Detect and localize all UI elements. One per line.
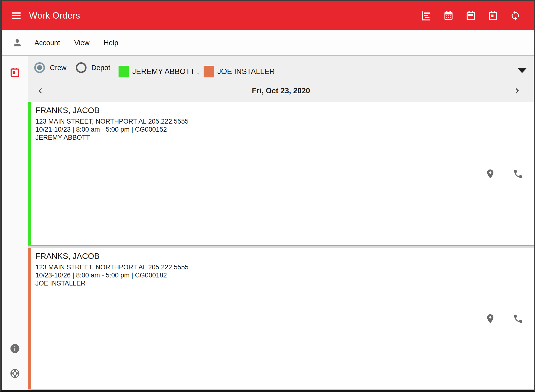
location-pin-icon[interactable] bbox=[485, 313, 496, 324]
phone-icon[interactable] bbox=[513, 169, 524, 179]
crew-separator: , bbox=[195, 66, 201, 77]
crew-name: JOE INSTALLER bbox=[217, 66, 275, 77]
window-body: Crew Depot JEREMY ABBOTT , bbox=[2, 56, 534, 390]
card-actions bbox=[485, 169, 534, 179]
work-order-card[interactable]: FRANKS, JACOB 123 MAIN STREET, NORTHPORT… bbox=[28, 248, 534, 389]
work-order-card[interactable]: FRANKS, JACOB 123 MAIN STREET, NORTHPORT… bbox=[28, 102, 534, 245]
schedule-info: 10/21-10/23 | 8:00 am - 5:00 pm | CG0001… bbox=[35, 126, 188, 134]
crew-color-swatch bbox=[204, 66, 214, 77]
timeline-view-icon[interactable] bbox=[421, 10, 432, 21]
crew-chip: JOE INSTALLER bbox=[204, 66, 275, 77]
card-divider bbox=[28, 245, 534, 248]
menu-icon[interactable] bbox=[11, 10, 22, 21]
radio-crew-dot bbox=[37, 65, 42, 70]
assigned-crew: JOE INSTALLER bbox=[35, 279, 188, 287]
customer-name: FRANKS, JACOB bbox=[35, 252, 188, 261]
app-bar-actions bbox=[421, 10, 521, 21]
menu-item-help[interactable]: Help bbox=[104, 39, 118, 47]
radio-crew-label: Crew bbox=[50, 64, 66, 72]
app-bar: Work Orders bbox=[2, 1, 534, 30]
current-date-label: Fri, Oct 23, 2020 bbox=[252, 86, 310, 95]
sidebar bbox=[2, 56, 28, 390]
main-content: Crew Depot JEREMY ABBOTT , bbox=[28, 56, 534, 390]
date-navigation: Fri, Oct 23, 2020 bbox=[28, 79, 534, 102]
crew-color-swatch bbox=[119, 66, 129, 77]
work-order-details: FRANKS, JACOB 123 MAIN STREET, NORTHPORT… bbox=[31, 102, 188, 245]
calendar-day-icon[interactable] bbox=[9, 67, 21, 78]
filter-panel: Crew Depot JEREMY ABBOTT , bbox=[28, 56, 534, 102]
work-orders-window: Work Orders bbox=[0, 0, 535, 392]
chevron-left-icon[interactable] bbox=[35, 85, 46, 96]
menu-items: Account View Help bbox=[34, 39, 118, 47]
calendar-month-view-icon[interactable] bbox=[443, 10, 454, 21]
sidebar-footer bbox=[10, 343, 20, 379]
work-order-details: FRANKS, JACOB 123 MAIN STREET, NORTHPORT… bbox=[31, 248, 188, 389]
customer-name: FRANKS, JACOB bbox=[35, 106, 188, 115]
sync-icon[interactable] bbox=[510, 10, 521, 21]
chevron-right-icon[interactable] bbox=[512, 85, 523, 96]
menu-bar: Account View Help bbox=[2, 30, 534, 56]
radio-crew-circle bbox=[34, 62, 45, 73]
calendar-day-view-icon[interactable] bbox=[488, 10, 498, 21]
page-title: Work Orders bbox=[29, 11, 80, 21]
info-icon[interactable] bbox=[10, 343, 20, 354]
assigned-crew: JEREMY ABBOTT bbox=[35, 134, 188, 142]
radio-depot-circle bbox=[76, 62, 87, 73]
support-icon[interactable] bbox=[10, 368, 20, 379]
filter-row: Crew Depot JEREMY ABBOTT , bbox=[28, 56, 534, 79]
phone-icon[interactable] bbox=[513, 313, 524, 324]
customer-address: 123 MAIN STREET, NORTHPORT AL 205.222.55… bbox=[35, 117, 188, 126]
location-pin-icon[interactable] bbox=[485, 169, 496, 179]
crew-chip: JEREMY ABBOTT bbox=[119, 66, 195, 77]
calendar-agenda-view-icon[interactable] bbox=[465, 10, 476, 21]
radio-crew[interactable]: Crew bbox=[34, 62, 66, 73]
crew-color-stripe bbox=[28, 248, 31, 389]
customer-address: 123 MAIN STREET, NORTHPORT AL 205.222.55… bbox=[35, 263, 188, 271]
work-order-list: FRANKS, JACOB 123 MAIN STREET, NORTHPORT… bbox=[28, 102, 534, 390]
menu-item-view[interactable]: View bbox=[74, 39, 89, 47]
person-icon[interactable] bbox=[12, 37, 23, 48]
dropdown-caret-icon[interactable] bbox=[518, 68, 526, 73]
crew-select-field[interactable]: JEREMY ABBOTT , JOE INSTALLER bbox=[119, 58, 529, 79]
crew-name: JEREMY ABBOTT bbox=[132, 66, 195, 77]
card-actions bbox=[485, 313, 534, 324]
schedule-info: 10/23-10/26 | 8:00 am - 5:00 pm | CG0001… bbox=[35, 271, 188, 279]
menu-item-account[interactable]: Account bbox=[34, 39, 60, 47]
radio-depot[interactable]: Depot bbox=[76, 62, 110, 73]
crew-color-stripe bbox=[28, 102, 31, 245]
radio-depot-label: Depot bbox=[91, 64, 110, 72]
